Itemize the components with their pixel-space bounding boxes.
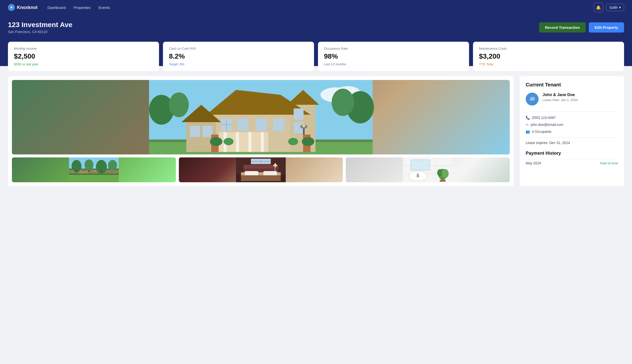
payment-month: May 2024 (526, 161, 541, 165)
metrics-row: Monthly Income $2,500 $200 vs last year … (0, 42, 632, 66)
metric-card-monthly-income: Monthly Income $2,500 $200 vs last year (8, 42, 159, 71)
svg-point-6 (332, 89, 354, 116)
metric-card-maintenance: Maintenance Costs $3,200 YTD Total (473, 42, 624, 71)
thumbnail-row (12, 158, 510, 182)
svg-rect-62 (263, 171, 277, 176)
svg-rect-53 (76, 170, 77, 172)
svg-point-32 (303, 125, 305, 127)
tenant-lease-start: Lease Start: Jan 1, 2024 (542, 98, 578, 102)
property-images-panel (8, 76, 514, 186)
svg-rect-48 (79, 172, 89, 173)
metric-sub-3: YTD Total (479, 62, 618, 66)
metric-sub-1: Target: 8% (169, 62, 308, 66)
logo-icon: ✦ (8, 4, 15, 11)
metric-value-1: 8.2% (169, 52, 308, 60)
svg-point-66 (275, 166, 276, 167)
tenant-avatar: JD (526, 92, 539, 106)
tenant-section-title: Current Tenant (526, 82, 618, 88)
svg-rect-85 (440, 180, 446, 182)
tenant-email: ✉ john.doe@email.com (526, 123, 618, 127)
svg-rect-80 (411, 160, 429, 170)
house-illustration (12, 80, 510, 154)
svg-rect-28 (294, 108, 304, 120)
svg-rect-78 (417, 173, 419, 175)
tenant-info-block: JD John & Jane Doe Lease Start: Jan 1, 2… (526, 92, 618, 106)
chevron-down-icon: ▾ (619, 6, 621, 10)
svg-rect-26 (190, 126, 200, 137)
main-content: Current Tenant JD John & Jane Doe Lease … (0, 66, 632, 194)
svg-rect-19 (261, 132, 264, 152)
metric-label-3: Maintenance Costs (479, 47, 618, 50)
tenant-details: 📞 (555) 123-4567 ✉ john.doe@email.com 👥 … (526, 112, 618, 145)
thumb-bathroom[interactable] (346, 158, 510, 182)
svg-point-38 (224, 138, 234, 145)
svg-point-52 (108, 160, 117, 171)
metric-label-2: Occupancy Rate (324, 47, 463, 50)
property-title: 123 Investment Ave (8, 21, 72, 29)
payment-row-may2024: May 2024 Paid on time (526, 159, 618, 167)
metric-label-0: Monthly Income (14, 47, 153, 50)
svg-rect-55 (101, 170, 102, 172)
bell-icon: 🔔 (596, 5, 601, 10)
svg-rect-61 (245, 171, 258, 176)
thumb-garden[interactable] (12, 158, 176, 182)
phone-icon: 📞 (526, 116, 530, 120)
metric-card-cash-roi: Cash on Cash ROI 8.2% Target: 8% (163, 42, 314, 71)
svg-point-50 (85, 160, 93, 170)
svg-point-83 (442, 169, 449, 178)
user-name: Galih (609, 6, 617, 10)
svg-rect-41 (69, 174, 119, 182)
tenant-avatar-initials: JD (530, 97, 535, 101)
payment-history-title: Payment History (526, 151, 618, 156)
tenant-name: John & Jane Doe (542, 92, 578, 97)
svg-rect-21 (237, 118, 248, 131)
svg-rect-27 (203, 126, 212, 137)
svg-rect-63 (241, 175, 281, 181)
metric-value-2: 98% (324, 52, 463, 60)
svg-point-4 (169, 92, 189, 117)
user-menu[interactable]: Galih ▾ (606, 4, 624, 11)
svg-rect-54 (89, 170, 90, 172)
tenant-phone: 📞 (555) 123-4567 (526, 116, 618, 120)
brand-name: Knoxknot (17, 5, 38, 10)
hero-buttons: Record Transaction Edit Property (539, 22, 624, 32)
metric-sub-0: $200 vs last year (14, 62, 153, 66)
tenant-occupants: 👥 4 Occupants (526, 130, 618, 134)
svg-rect-22 (256, 118, 267, 131)
nav-properties[interactable]: Properties (74, 6, 91, 10)
svg-point-35 (210, 137, 222, 146)
nav-dashboard[interactable]: Dashboard (48, 6, 66, 10)
navbar: ✦ Knoxknot Dashboard Properties Events 🔔… (0, 0, 632, 15)
hero-banner: 123 Investment Ave San Francisco, CA 941… (0, 15, 632, 42)
record-transaction-button[interactable]: Record Transaction (539, 22, 586, 32)
svg-rect-17 (236, 132, 239, 152)
metric-sub-2: Last 12 months (324, 62, 463, 66)
metric-value-3: $3,200 (479, 52, 618, 60)
email-icon: ✉ (526, 123, 529, 127)
payment-history-section: Payment History May 2024 Paid on time (526, 151, 618, 167)
main-property-image (12, 80, 510, 154)
svg-rect-18 (248, 132, 251, 152)
metric-label-1: Cash on Cash ROI (169, 47, 308, 50)
metric-card-occupancy: Occupancy Rate 98% Last 12 months (318, 42, 469, 71)
people-icon: 👥 (526, 130, 530, 134)
metric-value-0: $2,500 (14, 52, 153, 60)
property-address: San Francisco, CA 94110 (8, 30, 72, 34)
payment-status: Paid on time (600, 162, 618, 165)
svg-point-36 (302, 137, 314, 146)
notification-bell[interactable]: 🔔 (594, 3, 603, 12)
tenant-name-block: John & Jane Doe Lease Start: Jan 1, 2024 (542, 92, 578, 102)
nav-links: Dashboard Properties Events (48, 6, 584, 10)
property-title-block: 123 Investment Ave San Francisco, CA 941… (8, 21, 72, 34)
tenant-panel: Current Tenant JD John & Jane Doe Lease … (520, 76, 624, 186)
nav-events[interactable]: Events (99, 6, 110, 10)
svg-rect-23 (273, 118, 284, 131)
svg-rect-59 (243, 165, 278, 168)
svg-point-37 (288, 138, 298, 145)
tenant-lease-expires: Lease expires: Dec 31, 2024 (526, 138, 618, 145)
brand: ✦ Knoxknot (8, 4, 38, 11)
thumb-bedroom[interactable] (179, 158, 343, 182)
edit-property-button[interactable]: Edit Property (589, 22, 624, 32)
nav-right: 🔔 Galih ▾ (594, 3, 624, 12)
